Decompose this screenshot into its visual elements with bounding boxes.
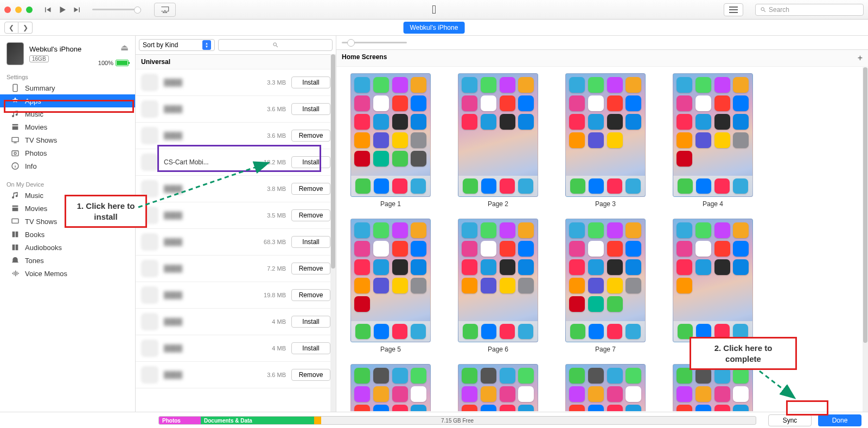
storage-free-label: 7.15 GB Free (441, 418, 474, 424)
home-page[interactable]: Page 2 (458, 73, 538, 208)
app-size-label: 3.6 MB (261, 372, 286, 378)
app-icon (141, 340, 158, 357)
sort-dropdown[interactable]: Sort by Kind ▲▼ (139, 39, 215, 51)
sidebar-item-apps[interactable]: Apps (0, 94, 135, 107)
sidebar-item-music[interactable]: Music (0, 107, 135, 120)
zoom-slider[interactable] (342, 42, 407, 43)
app-size-label: 7.2 MB (261, 265, 286, 272)
sidebar-item-tvshows[interactable]: TV Shows (0, 133, 135, 146)
remove-button[interactable]: Remove (291, 209, 330, 221)
remove-button[interactable]: Remove (291, 130, 330, 142)
add-page-button[interactable]: + (858, 53, 863, 63)
app-row[interactable]: ████7.2 MBRemove (136, 255, 336, 282)
app-icon (141, 100, 158, 118)
apps-search-input[interactable] (218, 39, 333, 51)
app-name-label: ████ (164, 212, 256, 219)
page-label: Page 6 (458, 346, 538, 353)
search-placeholder: Search (769, 6, 789, 14)
sidebar-item-movies[interactable]: Movies (0, 120, 135, 133)
page-label: Page 1 (350, 200, 431, 208)
play-button[interactable] (55, 3, 69, 17)
home-page[interactable]: Page 8 (673, 219, 753, 353)
sidebar-item-device-movies[interactable]: Movies (0, 202, 135, 215)
back-button[interactable]: ❮ (4, 22, 18, 34)
svg-rect-2 (12, 151, 18, 156)
forward-button[interactable]: ❯ (18, 22, 33, 34)
home-page[interactable]: Page 4 (673, 73, 753, 208)
volume-slider[interactable] (92, 9, 141, 10)
install-button[interactable]: Install (291, 236, 330, 248)
sidebar-item-device-tones[interactable]: Tones (0, 254, 135, 267)
app-row[interactable]: CS-Cart Mobi...18.2 MBInstall (136, 149, 336, 176)
sync-button[interactable]: Sync (768, 414, 812, 426)
app-icon (141, 233, 158, 251)
install-button[interactable]: Install (291, 76, 330, 88)
remove-button[interactable]: Remove (291, 183, 330, 195)
home-scrollbar[interactable] (863, 67, 868, 412)
apps-scrollbar[interactable] (330, 54, 336, 412)
sidebar-item-photos[interactable]: Photos (0, 146, 135, 159)
app-row[interactable]: ████4 MBInstall (136, 309, 336, 335)
app-row[interactable]: ████68.3 MBInstall (136, 229, 336, 255)
home-pages-grid: Page 1Page 2Page 3Page 4Page 5Page 6Page… (336, 67, 868, 411)
remove-button[interactable]: Remove (291, 289, 330, 301)
app-size-label: 3.6 MB (261, 132, 286, 139)
home-page[interactable] (673, 364, 753, 411)
next-button[interactable] (69, 3, 84, 17)
device-capacity-label: 16GB (29, 55, 49, 62)
sidebar-item-summary[interactable]: Summary (0, 81, 135, 94)
app-size-label: 19.8 MB (261, 292, 286, 298)
app-row[interactable]: ████3.3 MBInstall (136, 69, 336, 96)
fullscreen-window-button[interactable] (26, 7, 33, 13)
home-page[interactable] (565, 364, 646, 411)
eject-icon[interactable]: ⏏ (120, 42, 129, 53)
previous-button[interactable] (41, 3, 55, 17)
remove-button[interactable]: Remove (291, 263, 330, 274)
app-icon (141, 313, 158, 330)
search-input[interactable]: Search (755, 4, 864, 16)
app-size-label: 3.5 MB (261, 212, 286, 219)
sidebar-item-info[interactable]: Info (0, 159, 135, 173)
app-row[interactable]: ████3.6 MBRemove (136, 362, 336, 388)
sidebar-item-device-tvshows[interactable]: TV Shows (0, 215, 135, 228)
app-row[interactable]: ████3.5 MBRemove (136, 202, 336, 229)
sidebar-item-device-voicememos[interactable]: Voice Memos (0, 267, 135, 280)
app-row[interactable]: ████3.6 MBRemove (136, 123, 336, 149)
page-label: Page 8 (673, 346, 753, 353)
app-row[interactable]: ████3.6 MBInstall (136, 96, 336, 123)
install-button[interactable]: Install (291, 103, 330, 115)
search-icon (272, 42, 279, 48)
battery-status: 100% (98, 60, 129, 66)
list-view-button[interactable] (724, 3, 743, 16)
home-page[interactable]: Page 7 (565, 219, 646, 353)
home-page[interactable] (350, 364, 431, 411)
home-page[interactable]: Page 5 (350, 219, 431, 353)
close-window-button[interactable] (4, 7, 11, 13)
install-button[interactable]: Install (291, 342, 330, 354)
app-icon (141, 180, 158, 197)
device-name-pill[interactable]: Webkul's iPhone (404, 22, 465, 34)
svg-rect-1 (12, 137, 18, 142)
page-label: Page 4 (673, 200, 753, 208)
app-icon (141, 366, 158, 384)
app-row[interactable]: ████4 MBInstall (136, 335, 336, 362)
install-button[interactable]: Install (291, 316, 330, 328)
app-row[interactable]: ████19.8 MBRemove (136, 282, 336, 309)
sidebar-item-device-audiobooks[interactable]: Audiobooks (0, 241, 135, 254)
app-row[interactable]: ████3.8 MBRemove (136, 176, 336, 202)
done-button[interactable]: Done (818, 414, 861, 426)
nav-row: ❮ ❯ Webkul's iPhone (0, 20, 868, 36)
minimize-window-button[interactable] (15, 7, 22, 13)
home-page[interactable]: Page 3 (565, 73, 646, 208)
airplay-button[interactable] (154, 3, 176, 17)
install-button[interactable]: Install (291, 156, 330, 168)
home-page[interactable]: Page 1 (350, 73, 431, 208)
storage-docs-label: Documents & Data (204, 418, 252, 424)
home-page[interactable] (458, 364, 538, 411)
home-page[interactable]: Page 6 (458, 219, 538, 353)
sidebar-item-device-books[interactable]: Books (0, 228, 135, 241)
app-name-label: ████ (164, 344, 256, 352)
remove-button[interactable]: Remove (291, 369, 330, 381)
app-name-label: ████ (164, 185, 256, 193)
sidebar-item-device-music[interactable]: Music (0, 189, 135, 202)
